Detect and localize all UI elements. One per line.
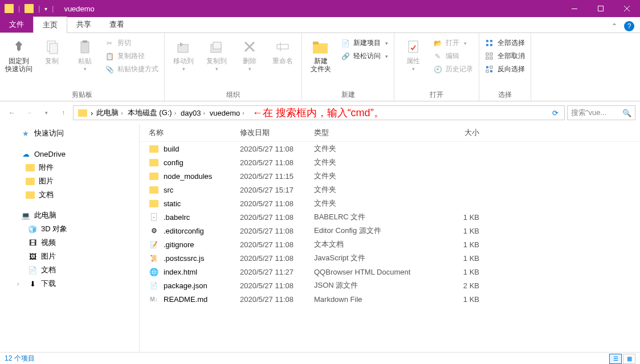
tab-home[interactable]: 主页: [33, 17, 67, 33]
tree-item[interactable]: 📄文档: [0, 263, 139, 277]
col-type[interactable]: 类型: [314, 128, 445, 138]
file-row[interactable]: M↓README.md2020/5/27 11:08Markdown File1…: [140, 292, 640, 306]
up-button[interactable]: ↑: [56, 105, 71, 120]
svg-rect-19: [490, 53, 492, 55]
group-select: 全部选择 全部取消 反向选择 选择: [479, 33, 531, 101]
folder-icon: [149, 185, 159, 195]
tree-quick-access[interactable]: ★快速访问: [0, 126, 139, 140]
tab-view[interactable]: 查看: [100, 17, 133, 32]
file-row[interactable]: config2020/5/27 11:08文件夹: [140, 156, 640, 169]
file-row[interactable]: static2020/5/27 11:08文件夹: [140, 197, 640, 210]
moveto-button[interactable]: 移动到▾: [168, 35, 199, 72]
tab-file[interactable]: 文件: [0, 17, 33, 32]
forward-button[interactable]: →: [22, 105, 36, 120]
group-open: 属性▾ 📂打开▾ ✎编辑 🕘历史记录 打开: [394, 33, 479, 101]
col-size[interactable]: 大小: [445, 128, 479, 138]
file-row[interactable]: 📝.gitignore2020/5/27 11:08文本文档1 KB: [140, 238, 640, 251]
chevron-right-icon[interactable]: ›: [91, 109, 93, 117]
tab-share[interactable]: 共享: [67, 17, 100, 32]
breadcrumb-item[interactable]: 本地磁盘 (G:)›: [125, 108, 178, 118]
star-icon: ★: [21, 128, 31, 138]
file-row[interactable]: node_modules2020/5/27 11:15文件夹: [140, 169, 640, 183]
details-view-button[interactable]: ☰: [609, 354, 622, 364]
copypath-button[interactable]: 📋复制路径: [103, 51, 161, 62]
tree-onedrive[interactable]: ☁OneDrive: [0, 147, 139, 161]
folder-icon: [5, 4, 14, 13]
svg-rect-1: [598, 6, 604, 11]
md-icon: M↓: [149, 294, 159, 304]
rename-button[interactable]: 重命名: [267, 35, 298, 65]
group-label: 打开: [398, 89, 475, 101]
refresh-button[interactable]: ⟳: [549, 109, 562, 117]
file-row[interactable]: src2020/5/27 15:17文件夹: [140, 183, 640, 197]
file-row[interactable]: ⚙.editorconfig2020/5/27 11:08Editor Conf…: [140, 224, 640, 238]
search-icon: 🔍: [622, 109, 631, 117]
file-row[interactable]: build2020/5/27 11:08文件夹: [140, 142, 640, 156]
col-name[interactable]: 名称: [149, 128, 240, 138]
cut-button[interactable]: ✂剪切: [103, 38, 161, 48]
icons-view-button[interactable]: ▦: [623, 354, 635, 364]
address-bar[interactable]: › 此电脑›本地磁盘 (G:)›day03›vuedemo› ←在 搜索框内，输…: [73, 105, 565, 120]
back-button[interactable]: ←: [5, 105, 19, 120]
minimize-button[interactable]: [561, 0, 588, 17]
group-new: 新建 文件夹 📄新建项目▾ 🔗轻松访问▾ 新建: [302, 33, 394, 101]
maximize-button[interactable]: [588, 0, 614, 17]
selectnone-button[interactable]: 全部取消: [483, 51, 527, 62]
qat-dropdown-icon[interactable]: ▾: [44, 6, 47, 12]
json-icon: 📄: [149, 280, 159, 291]
newfolder-button[interactable]: 新建 文件夹: [305, 35, 336, 73]
pin-button[interactable]: 固定到 快速访问: [3, 35, 34, 73]
invert-button[interactable]: 反向选择: [483, 64, 527, 75]
status-bar: 12 个项目 ☰ ▦: [0, 352, 640, 364]
tree-item[interactable]: 附件: [0, 161, 139, 174]
tree-item[interactable]: 🖼图片: [0, 250, 139, 263]
moveto-icon: [174, 38, 193, 56]
tree-item[interactable]: 文档: [0, 188, 139, 202]
copy-button[interactable]: 复制: [36, 35, 67, 65]
svg-rect-20: [486, 57, 488, 59]
delete-button[interactable]: 删除▾: [234, 35, 265, 72]
pasteshortcut-button[interactable]: 📎粘贴快捷方式: [103, 64, 161, 75]
gear-icon: ⚙: [149, 226, 159, 236]
file-row[interactable]: 🌐index.html2020/5/27 11:27QQBrowser HTML…: [140, 265, 640, 279]
paste-button[interactable]: 粘贴 ▾: [70, 35, 100, 72]
properties-button[interactable]: 属性▾: [398, 35, 429, 72]
easyaccess-icon: 🔗: [341, 52, 350, 61]
chevron-down-icon: ▾: [84, 66, 87, 72]
file-row[interactable]: 📄package.json2020/5/27 11:08JSON 源文件2 KB: [140, 279, 640, 292]
folder-icon: [25, 4, 34, 13]
tree-item[interactable]: ›⬇下载: [0, 277, 139, 291]
tree-item[interactable]: 🧊3D 对象: [0, 222, 139, 236]
file-row[interactable]: ·.babelrc2020/5/27 11:08BABELRC 文件1 KB: [140, 210, 640, 224]
help-icon[interactable]: ?: [624, 21, 634, 31]
col-date[interactable]: 修改日期: [240, 128, 314, 138]
breadcrumb-item[interactable]: day03›: [178, 109, 207, 117]
group-label: 选择: [483, 89, 527, 101]
tree-thispc[interactable]: 💻此电脑: [0, 208, 139, 222]
shortcut-icon: 📎: [105, 65, 114, 74]
newitem-button[interactable]: 📄新建项目▾: [339, 38, 390, 48]
easyaccess-button[interactable]: 🔗轻松访问▾: [339, 51, 390, 62]
selectall-button[interactable]: 全部选择: [483, 38, 527, 48]
history-button[interactable]: 🕘历史记录: [431, 64, 475, 75]
svg-rect-8: [213, 42, 221, 49]
edit-button[interactable]: ✎编辑: [431, 51, 475, 62]
breadcrumb-item[interactable]: vuedemo›: [207, 109, 247, 117]
file-list[interactable]: 名称 修改日期 类型 大小 build2020/5/27 11:08文件夹con…: [140, 124, 640, 352]
svg-rect-14: [486, 40, 488, 42]
cloud-icon: ☁: [21, 149, 31, 159]
ribbon-collapse-icon[interactable]: ⌃: [607, 20, 622, 32]
close-button[interactable]: [614, 0, 640, 17]
breadcrumb-item[interactable]: 此电脑›: [94, 108, 125, 118]
js-icon: 📜: [149, 253, 159, 263]
navigation-pane[interactable]: ★快速访问 ☁OneDrive 附件图片文档 💻此电脑 🧊3D 对象🎞视频🖼图片…: [0, 124, 140, 352]
copyto-button[interactable]: 复制到▾: [201, 35, 232, 72]
folder-icon: [149, 144, 159, 154]
recent-button[interactable]: ▾: [39, 105, 54, 120]
open-button[interactable]: 📂打开▾: [431, 38, 475, 48]
tree-item[interactable]: 图片: [0, 174, 139, 188]
file-row[interactable]: 📜.postcssrc.js2020/5/27 11:08JavaScript …: [140, 251, 640, 265]
search-input[interactable]: 搜索"vue... 🔍: [567, 105, 635, 120]
svg-rect-23: [490, 66, 492, 68]
tree-item[interactable]: 🎞视频: [0, 236, 139, 250]
